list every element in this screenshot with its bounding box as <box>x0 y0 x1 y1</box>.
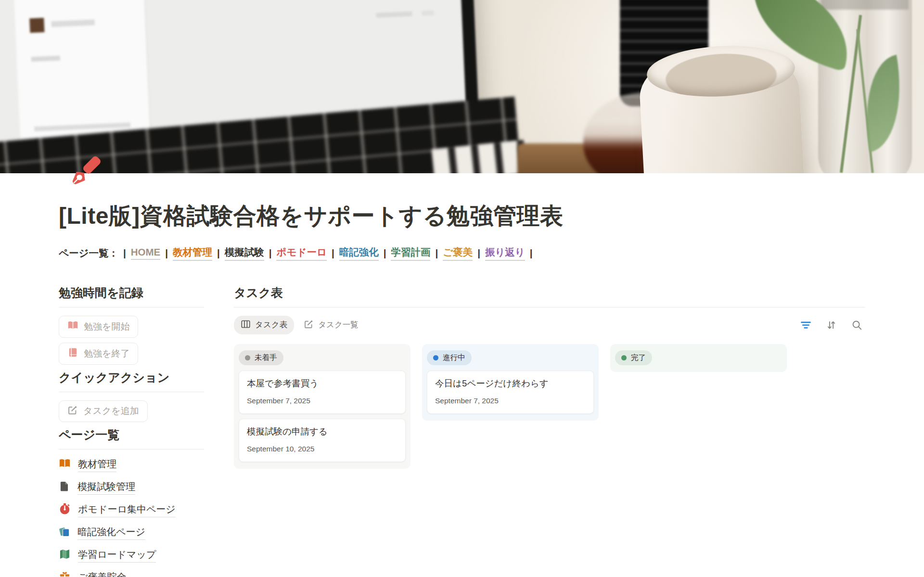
filter-icon[interactable] <box>800 320 811 331</box>
timer-icon <box>59 503 71 517</box>
nav-link-review[interactable]: 振り返り <box>485 245 525 261</box>
cover-photo <box>0 0 924 173</box>
compose-icon <box>304 319 314 331</box>
group-name: 進行中 <box>443 353 465 363</box>
page-link-label: 模擬試験管理 <box>77 480 135 495</box>
view-tab-board-label: タスク表 <box>255 320 287 330</box>
task-card[interactable]: 本屋で参考書買う September 7, 2025 <box>239 371 406 414</box>
group-name: 完了 <box>631 353 646 363</box>
task-date: September 7, 2025 <box>435 397 586 405</box>
search-icon[interactable] <box>851 320 862 331</box>
flashcards-icon <box>59 526 70 539</box>
nav-separator: | <box>435 247 438 259</box>
nav-separator: | <box>269 247 272 259</box>
sort-icon[interactable] <box>826 320 837 331</box>
nav-separator: | <box>530 247 533 259</box>
task-title: 今日は5ページだけ終わらす <box>435 378 586 389</box>
board-column-done: 完了 <box>610 344 787 372</box>
database-toolbar: タスク表 タスク一覧 <box>234 316 865 334</box>
page-link-label: 暗記強化ページ <box>77 526 145 540</box>
page-link-memorization-page[interactable]: 暗記強化ページ <box>59 526 204 540</box>
page-body: [Lite版]資格試験合格をサポートする勉強管理表 ページ一覧： | HOME … <box>0 173 924 577</box>
study-time-heading: 勉強時間を記録 <box>59 285 204 301</box>
divider <box>59 392 204 392</box>
quick-actions-heading: クイックアクション <box>59 370 204 385</box>
end-study-button[interactable]: 勉強を終了 <box>59 343 138 365</box>
task-card[interactable]: 模擬試験の申請する September 10, 2025 <box>239 419 406 462</box>
fountain-pen-icon[interactable] <box>64 152 104 192</box>
map-icon <box>59 548 71 562</box>
left-column: 勉強時間を記録 勉強を開始 <box>59 285 204 577</box>
add-task-label: タスクを追加 <box>83 405 139 417</box>
view-tab-list[interactable]: タスク一覧 <box>299 316 363 334</box>
nav-separator: | <box>477 247 480 259</box>
nav-link-mock-exam[interactable]: 模擬試験 <box>225 245 264 261</box>
closed-book-icon <box>67 347 78 360</box>
task-date: September 10, 2025 <box>247 445 398 453</box>
group-pill-done[interactable]: 完了 <box>615 350 652 365</box>
page-list-heading: ページ一覧 <box>59 427 204 443</box>
group-pill-not-started[interactable]: 未着手 <box>239 350 283 365</box>
page-link-label: ポモドーロ集中ページ <box>78 503 176 517</box>
nav-separator: | <box>384 247 386 259</box>
open-book-icon <box>67 320 78 333</box>
status-dot <box>433 355 438 360</box>
board-view-icon <box>241 319 251 331</box>
kanban-board: 未着手 本屋で参考書買う September 7, 2025 模擬試験の申請する… <box>234 344 865 469</box>
page-link-label: ご褒美貯金 <box>78 571 126 577</box>
board-column-in-progress: 進行中 今日は5ページだけ終わらす September 7, 2025 <box>422 344 599 421</box>
nav-label: ページ一覧： <box>59 246 118 260</box>
page-link-materials[interactable]: 教材管理 <box>59 458 204 472</box>
nav-separator: | <box>332 247 334 259</box>
page-link-mock-exam-mgmt[interactable]: 模擬試験管理 <box>59 480 204 495</box>
board-toolbar-icons <box>800 320 862 331</box>
nav-link-study-plan[interactable]: 学習計画 <box>391 245 430 261</box>
page-link-roadmap[interactable]: 学習ロードマップ <box>59 548 204 563</box>
group-name: 未着手 <box>255 353 277 363</box>
nav-link-home[interactable]: HOME <box>131 246 161 260</box>
board-column-not-started: 未着手 本屋で参考書買う September 7, 2025 模擬試験の申請する… <box>234 344 411 469</box>
document-icon <box>59 481 70 494</box>
status-dot <box>621 355 627 360</box>
gift-icon <box>59 571 71 577</box>
start-study-label: 勉強を開始 <box>84 321 129 333</box>
task-date: September 7, 2025 <box>247 397 398 405</box>
page-link-reward-savings[interactable]: ご褒美貯金 <box>59 571 204 577</box>
page-link-pomodoro-page[interactable]: ポモドーロ集中ページ <box>59 503 204 517</box>
nav-link-reward[interactable]: ご褒美 <box>443 245 473 261</box>
page-list: 教材管理 模擬試験管理 <box>59 458 204 577</box>
start-study-button[interactable]: 勉強を開始 <box>59 316 138 338</box>
add-task-button[interactable]: タスクを追加 <box>59 400 148 422</box>
divider <box>234 307 865 308</box>
nav-link-pomodoro[interactable]: ポモドーロ <box>276 245 326 261</box>
task-title: 模擬試験の申請する <box>247 426 398 437</box>
glass-vase-rim <box>821 0 909 10</box>
page-title: [Lite版]資格試験合格をサポートする勉強管理表 <box>59 202 865 230</box>
open-book-orange-icon <box>59 458 71 472</box>
view-tab-board[interactable]: タスク表 <box>234 316 294 334</box>
page-links-nav: ページ一覧： | HOME | 教材管理 | 模擬試験 | ポモドーロ | 暗記… <box>59 245 865 261</box>
board-heading: タスク表 <box>234 285 865 301</box>
nav-separator: | <box>217 247 220 259</box>
status-dot <box>245 355 250 360</box>
page-link-label: 教材管理 <box>78 458 116 472</box>
nav-link-memorization[interactable]: 暗記強化 <box>339 245 379 261</box>
page-link-label: 学習ロードマップ <box>78 548 156 563</box>
divider <box>59 449 204 449</box>
nav-separator: | <box>165 247 168 259</box>
divider <box>59 307 204 308</box>
group-pill-in-progress[interactable]: 進行中 <box>427 350 472 365</box>
view-tab-list-label: タスク一覧 <box>318 320 359 330</box>
compose-icon <box>67 405 78 418</box>
task-title: 本屋で参考書買う <box>247 378 398 389</box>
end-study-label: 勉強を終了 <box>84 347 129 360</box>
task-card[interactable]: 今日は5ページだけ終わらす September 7, 2025 <box>427 371 594 414</box>
nav-link-materials[interactable]: 教材管理 <box>173 245 212 261</box>
nav-separator: | <box>123 247 126 259</box>
task-board-section: タスク表 タスク表 <box>234 285 865 469</box>
